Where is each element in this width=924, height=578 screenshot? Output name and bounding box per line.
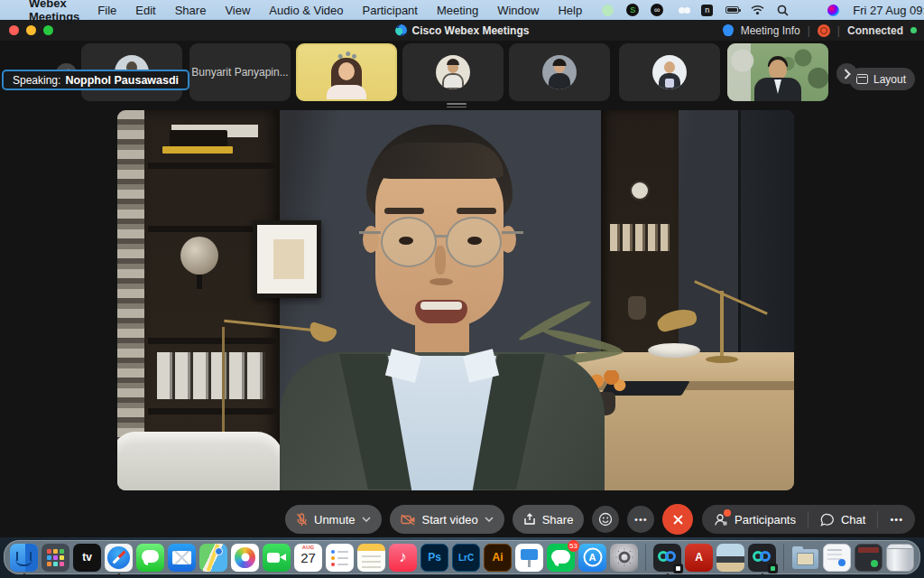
dock-notes[interactable]	[357, 544, 385, 572]
menu-meeting[interactable]: Meeting	[437, 4, 478, 17]
dock-divider	[645, 544, 646, 571]
dock-safari[interactable]	[105, 544, 133, 572]
control-center-icon[interactable]	[801, 4, 815, 17]
chat-bubble-icon	[820, 513, 835, 527]
dock-illustrator[interactable]: Ai	[484, 544, 512, 572]
dock-trash[interactable]	[886, 544, 914, 572]
speaker-nose	[435, 246, 446, 275]
dock-apple-tv[interactable]: tv	[73, 544, 101, 572]
start-video-label: Start video	[422, 513, 478, 527]
chat-button[interactable]: Chat	[808, 511, 877, 527]
desktop-screen: Webex Meetings File Edit Share View Audi…	[0, 0, 924, 578]
meeting-info-button[interactable]: Meeting Info	[741, 24, 800, 37]
webex-meeting-window: Cisco Webex Meetings Meeting Info | | Co…	[0, 20, 924, 537]
dock-webex[interactable]	[653, 544, 681, 572]
speaker-hairline	[375, 143, 504, 179]
layout-button-label: Layout	[873, 73, 906, 86]
dock-messages[interactable]	[136, 544, 164, 572]
dock-reminders[interactable]	[326, 544, 354, 572]
panels-more-button[interactable]: •••	[877, 511, 915, 527]
dock-calendar[interactable]: AUG27	[294, 544, 322, 572]
active-speaker-video[interactable]	[117, 110, 794, 490]
dock-launchpad[interactable]	[42, 544, 69, 572]
dock-system-preferences[interactable]	[610, 544, 638, 572]
macos-menu-bar: Webex Meetings File Edit Share View Audi…	[0, 0, 924, 20]
dock-keynote[interactable]	[515, 544, 543, 572]
line-status-icon[interactable]	[601, 4, 614, 17]
speaker-ear	[500, 226, 516, 253]
meeting-security-icon	[723, 24, 734, 36]
participant-tile-2[interactable]: Bunyarit Panyapin...	[189, 43, 291, 101]
menu-participant[interactable]: Participant	[363, 4, 418, 17]
wifi-status-icon[interactable]	[751, 4, 764, 17]
menu-share[interactable]: Share	[175, 4, 207, 17]
menu-view[interactable]: View	[225, 4, 250, 17]
filmstrip-next-button[interactable]	[836, 63, 857, 84]
participant-tile-6[interactable]	[619, 43, 720, 101]
white-couch	[117, 432, 283, 490]
unmute-button[interactable]: Unmute	[285, 505, 382, 534]
panels-more-dots: •••	[890, 514, 903, 525]
participants-button[interactable]: Participants	[702, 511, 808, 527]
share-button[interactable]: Share	[513, 505, 585, 534]
window-title-bar: Cisco Webex Meetings Meeting Info | | Co…	[0, 20, 924, 41]
recording-indicator-icon[interactable]	[818, 24, 830, 37]
connection-status: Connected	[847, 24, 903, 37]
s-badge-status-icon[interactable]: S	[626, 4, 639, 16]
dock-music[interactable]: ♪	[389, 544, 417, 572]
dock-lightroom-classic[interactable]: LrC	[452, 544, 480, 572]
dock-minimized-window-light[interactable]	[823, 544, 851, 572]
dock-app-store[interactable]: A	[578, 544, 606, 572]
dock-line[interactable]: 53	[547, 544, 575, 572]
menu-edit[interactable]: Edit	[135, 4, 155, 17]
participant-tile-5[interactable]	[509, 43, 610, 101]
dock-preview[interactable]	[716, 544, 744, 572]
books-right	[610, 224, 670, 251]
dock-minimized-window-dark[interactable]	[855, 544, 882, 572]
menu-app-name[interactable]: Webex Meetings	[29, 0, 79, 23]
start-video-button[interactable]: Start video	[390, 505, 504, 534]
leave-meeting-button[interactable]	[662, 504, 693, 535]
dock-mail[interactable]	[168, 544, 196, 572]
unmute-options-chevron-icon[interactable]	[362, 517, 371, 522]
white-books-row	[157, 352, 265, 399]
panels-button-group: Participants Chat •••	[702, 505, 915, 534]
layout-button[interactable]: Layout	[849, 68, 915, 90]
menu-file[interactable]: File	[97, 4, 116, 17]
menu-window[interactable]: Window	[497, 4, 539, 17]
dock-facetime[interactable]	[263, 544, 291, 572]
dock-acrobat[interactable]: A	[685, 544, 713, 572]
menu-audio-video[interactable]: Audio & Video	[269, 4, 343, 17]
video-options-chevron-icon[interactable]	[485, 517, 494, 522]
participant-tile-3-video[interactable]	[296, 43, 397, 101]
filmstrip-resize-handle[interactable]	[447, 103, 467, 109]
smiley-icon	[598, 512, 613, 527]
dock-webex-alt[interactable]	[748, 544, 776, 572]
dock-finder[interactable]	[10, 544, 38, 572]
dock-photos[interactable]	[231, 544, 259, 572]
siri-icon[interactable]	[827, 4, 840, 17]
reactions-button[interactable]	[592, 506, 619, 533]
glasses-temple	[502, 231, 523, 234]
dock-photoshop[interactable]: Ps	[420, 544, 448, 572]
baseball-sign	[170, 130, 227, 146]
participant-avatar	[542, 55, 577, 89]
meeting-control-bar: Unmute Start video	[0, 501, 924, 537]
dock-maps[interactable]	[199, 544, 227, 572]
participant-tile-4[interactable]	[402, 43, 504, 101]
dock-downloads-folder[interactable]	[791, 544, 819, 572]
participant-avatar	[652, 55, 687, 89]
webex-status-icon[interactable]	[675, 4, 688, 17]
spotlight-search-icon[interactable]	[776, 4, 790, 17]
glasses-bridge	[435, 235, 448, 238]
menu-help[interactable]: Help	[558, 4, 582, 17]
menu-bar-clock[interactable]: Fri 27 Aug 09:38	[853, 4, 924, 17]
notion-status-icon[interactable]: n	[700, 4, 714, 17]
yellow-book	[162, 146, 233, 154]
creative-cloud-status-icon[interactable]: ∞	[651, 4, 663, 16]
participants-notification-dot	[724, 509, 731, 517]
participant-tile-7-video[interactable]	[727, 43, 828, 101]
battery-status-icon[interactable]	[725, 4, 739, 17]
speaking-name: Nopphol Pausawasdi	[65, 74, 179, 87]
more-options-button[interactable]: •••	[627, 506, 654, 533]
